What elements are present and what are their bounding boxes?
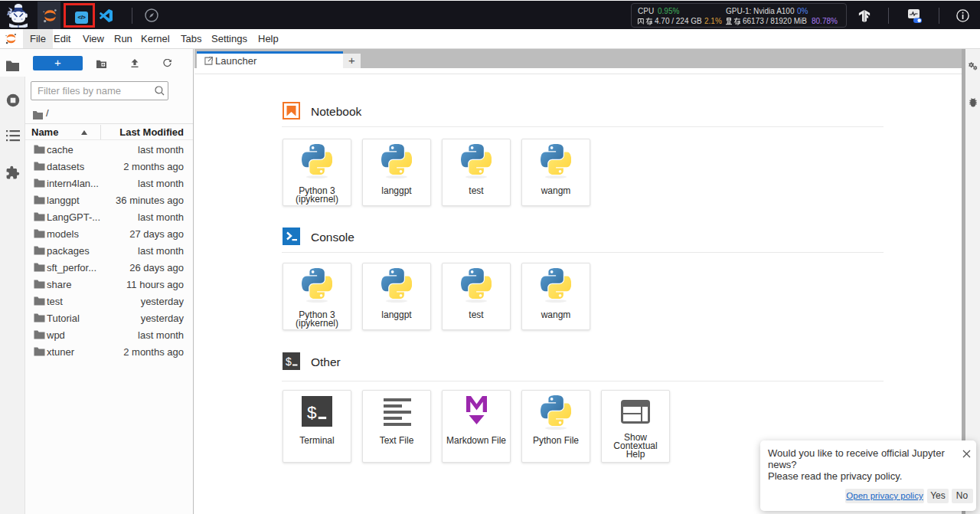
svg-text:$: $ — [307, 403, 317, 422]
svg-text:$: $ — [286, 355, 292, 368]
